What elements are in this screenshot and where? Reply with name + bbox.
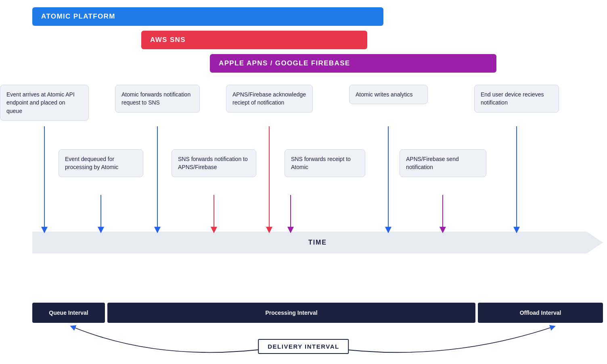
event-box-2: Atomic forwards notification request to … [115,85,200,113]
event-box-6: Event dequeued for processing by Atomic [59,149,143,177]
event-box-1-text: Event arrives at Atomic API endpoint and… [6,91,75,114]
event-box-8: SNS forwards receipt to Atomic [285,149,365,177]
delivery-interval: DELIVERY INTERVAL [258,339,349,354]
event-box-9: APNS/Firebase send notification [400,149,486,177]
event-box-1: Event arrives at Atomic API endpoint and… [0,85,89,121]
queue-interval-bar: Queue Interval [32,303,105,323]
timeline-label: TIME [308,239,327,246]
event-box-9-text: APNS/Firebase send notification [406,156,459,170]
platform-bars: ATOMIC PLATFORM AWS SNS APPLE APNS / GOO… [32,7,603,73]
diagram-container: ATOMIC PLATFORM AWS SNS APPLE APNS / GOO… [0,0,607,364]
event-box-4-text: Atomic writes analytics [356,91,413,98]
apple-apns-bar: APPLE APNS / GOOGLE FIREBASE [210,54,496,73]
atomic-platform-label: ATOMIC PLATFORM [41,13,115,21]
processing-interval-bar: Processing Interval [107,303,475,323]
event-box-5-text: End user device recieves notification [481,91,544,106]
offload-interval-bar: Offload Interval [478,303,603,323]
queue-interval-label: Queue Interval [49,310,88,316]
event-box-8-text: SNS forwards receipt to Atomic [291,156,351,170]
event-box-3: APNS/Firebase acknowledge reciept of not… [226,85,313,113]
interval-area: Queue Interval Processing Interval Offlo… [32,303,603,323]
event-box-5: End user device recieves notification [474,85,559,113]
event-box-7: SNS forwards notification to APNS/Fireba… [172,149,256,177]
timeline-arrow: TIME [32,232,603,253]
processing-interval-label: Processing Interval [265,310,317,316]
event-box-4: Atomic writes analytics [349,85,428,104]
event-box-3-text: APNS/Firebase acknowledge reciept of not… [232,91,306,106]
event-box-6-text: Event dequeued for processing by Atomic [65,156,118,170]
event-box-2-text: Atomic forwards notification request to … [121,91,190,106]
delivery-interval-label: DELIVERY INTERVAL [268,343,339,350]
apple-apns-label: APPLE APNS / GOOGLE FIREBASE [219,59,350,67]
offload-interval-label: Offload Interval [520,310,561,316]
aws-sns-label: AWS SNS [150,36,186,44]
timeline-area: TIME [32,232,603,253]
atomic-platform-bar: ATOMIC PLATFORM [32,7,383,26]
event-box-7-text: SNS forwards notification to APNS/Fireba… [178,156,248,170]
aws-sns-bar: AWS SNS [141,31,367,49]
